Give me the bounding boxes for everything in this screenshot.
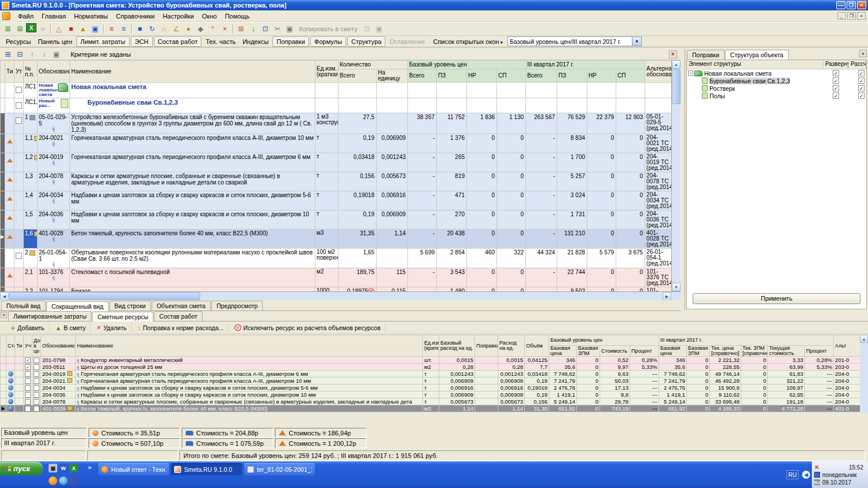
cell-base-nr[interactable]: 1 836: [467, 113, 497, 134]
tray-chevron-icon[interactable]: ◀: [802, 471, 810, 479]
price-level-combobox[interactable]: Базовый уровень цен/III квартал 2017 г. …: [507, 36, 642, 46]
cell-volume[interactable]: 0,03418: [525, 371, 549, 378]
cell-num[interactable]: 1: [24, 113, 38, 134]
view-tab[interactable]: Полный вид: [1, 301, 46, 310]
menu-item[interactable]: Главная: [38, 12, 70, 21]
cell-alt[interactable]: 204-0021 ТС (ред.2014);: [645, 134, 671, 153]
cell-name[interactable]: Бризол: [70, 287, 315, 292]
tool-tab[interactable]: Оглавление: [386, 37, 428, 46]
cell-base-total[interactable]: 38 357: [408, 113, 437, 134]
cell-alt[interactable]: 204-0036 ТС (ред.2014);: [645, 210, 671, 230]
cell-q3-total[interactable]: [526, 83, 557, 98]
cell-unit[interactable]: т: [315, 172, 339, 191]
cell-base-nr[interactable]: 0: [467, 172, 497, 191]
cell-num[interactable]: 2,1: [24, 268, 38, 287]
cell-correction[interactable]: [475, 378, 498, 385]
resource-row[interactable]: ▶ 204-0036 ijНадбавки к ценам заготовок …: [1, 391, 860, 398]
cell-q3-pct[interactable]: ---: [805, 405, 834, 412]
menu-item[interactable]: Справочники: [112, 12, 159, 21]
cell-q3-total[interactable]: 44 324: [526, 249, 557, 268]
cell-base-sp[interactable]: 0: [497, 153, 526, 172]
cell-code[interactable]: Новая локальн. смета: [38, 83, 70, 98]
accounted-checkbox[interactable]: [25, 357, 31, 363]
cell-unit[interactable]: [315, 98, 339, 113]
cell-base-pct[interactable]: ---: [630, 391, 659, 398]
apply-button[interactable]: Применить: [693, 293, 860, 304]
cell-qty[interactable]: 0,156V: [339, 172, 377, 191]
cell-q3-cur-cost[interactable]: 3,33: [768, 357, 805, 364]
resource-row[interactable]: ▶ 204-0021 ijГорячекатаная арматурная ст…: [1, 378, 860, 385]
minimize-button[interactable]: —: [836, 1, 845, 9]
tool-tab[interactable]: ЭСН: [131, 36, 153, 47]
cell-base-pz[interactable]: -1 480: [437, 287, 467, 292]
cell-qty[interactable]: 189,75V: [339, 268, 377, 287]
cell-per[interactable]: [377, 249, 408, 268]
cell-base-price[interactable]: 1 419,1: [549, 391, 577, 398]
tool-tab[interactable]: Формулы: [310, 36, 346, 47]
cell-correction[interactable]: [475, 391, 498, 398]
menu-item[interactable]: Файл: [14, 12, 38, 21]
cell-code[interactable]: 101-3376ij: [38, 268, 70, 287]
cell-q3-cur-cost[interactable]: 321,22: [768, 378, 805, 385]
tree-node[interactable]: − Новая локальная смета ✓ ✓: [687, 69, 866, 77]
cell-per[interactable]: -0,115: [377, 287, 408, 292]
resource-vertical-scrollbar[interactable]: ▲: [860, 335, 868, 413]
cell-per[interactable]: 0,001243: [377, 153, 408, 172]
cell-alt[interactable]: 401-0028 ТС (ред.2014);: [645, 230, 671, 249]
cell-unit[interactable]: 100 м2 поверхн: [315, 249, 339, 268]
cell-unit[interactable]: т: [423, 385, 439, 391]
tool-tab[interactable]: Тех. часть: [202, 37, 239, 46]
cell-base-nr[interactable]: 0: [467, 268, 497, 287]
resource-tab[interactable]: Сметные ресурсы: [92, 312, 153, 321]
cell-base-price[interactable]: 7 241,79: [549, 378, 577, 385]
cell-qty[interactable]: 0,19V: [339, 210, 377, 230]
vertical-scrollbar[interactable]: ▲ ▼: [671, 60, 680, 291]
scroll-down-icon[interactable]: ▼: [672, 283, 681, 291]
restore-button[interactable]: ❐: [847, 1, 856, 9]
cell-volume[interactable]: 31,35: [525, 405, 549, 412]
cell-q3-sp[interactable]: 0: [616, 153, 645, 172]
cell-base-nr[interactable]: 0: [467, 210, 497, 230]
firefox-icon[interactable]: [49, 476, 57, 485]
accounted-checkbox[interactable]: [25, 406, 31, 412]
cell-base-total[interactable]: -: [408, 153, 437, 172]
cell-unit[interactable]: м3: [315, 230, 339, 249]
cell-base-price[interactable]: 35,6: [549, 364, 577, 371]
kaspersky-icon[interactable]: K: [814, 464, 820, 470]
cell-code[interactable]: 204-0021ij: [38, 134, 70, 153]
estimate-row[interactable]: ▶ 2,2 101-1794ij Бризол 1000 м2 -0,18975…: [1, 287, 672, 292]
cell-volume[interactable]: 0,19: [525, 391, 549, 398]
cell-name[interactable]: ijГорячекатаная арматурная сталь периоди…: [76, 371, 423, 378]
cell-per[interactable]: 1,14: [377, 230, 408, 249]
cell-q3-total[interactable]: -: [526, 153, 557, 172]
cell-alt[interactable]: 204-0019 ТС (ред.2014);: [645, 153, 671, 172]
cell-base-total[interactable]: -: [408, 172, 437, 191]
tree-collapse-icon[interactable]: −: [688, 71, 693, 76]
cell-qty[interactable]: 0,19018V: [339, 191, 377, 210]
cell-unit[interactable]: шт.: [423, 357, 439, 364]
cell-base-total[interactable]: 5 699: [408, 249, 437, 268]
cell-num[interactable]: 1,6: [24, 230, 38, 249]
cell-base-cost[interactable]: 29,78: [600, 398, 630, 405]
cell-alt[interactable]: 26-01-054-1 (ред.2014);: [645, 249, 671, 268]
cell-qty[interactable]: 1,65V: [339, 249, 377, 268]
cell-code[interactable]: Новый раз...: [38, 98, 70, 113]
cell-q3-pz[interactable]: 5 257: [557, 172, 587, 191]
cell-base-rate[interactable]: 0,006909: [439, 391, 475, 398]
resource-toolbar-button[interactable]: Удалить: [92, 322, 132, 333]
cell-rate[interactable]: 1,14: [498, 405, 525, 412]
accounted-checkbox[interactable]: [25, 364, 31, 370]
cell-q3-cur-zpm[interactable]: 0: [741, 371, 768, 378]
resource-row[interactable]: ▶ 203-0511 ijЩиты из досок толщиной 25 м…: [1, 364, 860, 371]
cell-code[interactable]: 401-0028: [41, 405, 76, 412]
cell-base-nr[interactable]: 0: [467, 287, 497, 292]
cell-base-rate[interactable]: 0,0015: [439, 357, 475, 364]
cell-num[interactable]: ЛС1: [24, 83, 38, 98]
calc-checkbox[interactable]: ✓: [858, 70, 865, 76]
cell-q3-total[interactable]: -: [526, 287, 557, 292]
accounted-checkbox[interactable]: [25, 392, 31, 398]
cell-unit[interactable]: т: [423, 391, 439, 398]
view-tab[interactable]: Объектная смета: [152, 301, 211, 310]
cell-q3-cur-cost[interactable]: 62,95: [768, 391, 805, 398]
cell-rate[interactable]: 0,001243: [498, 371, 525, 378]
